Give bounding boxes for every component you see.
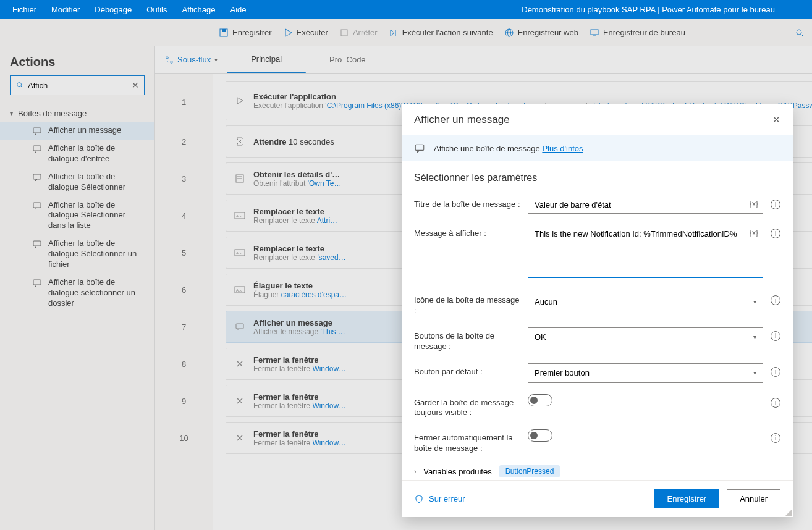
resize-grip[interactable]: [784, 508, 792, 516]
chevron-down-icon: ▾: [214, 56, 218, 63]
step-icon: [234, 395, 246, 407]
step-text: Remplacer le texteRemplacer le texte 'sa…: [253, 244, 346, 262]
default-button-select[interactable]: Premier bouton ▾: [528, 363, 763, 383]
toolbar-deskrec[interactable]: Enregistreur de bureau: [590, 28, 685, 38]
info-icon[interactable]: i: [771, 295, 780, 305]
search-icon: [795, 28, 805, 38]
field-label-autoclose: Fermer automatiquement la boîte de messa…: [414, 429, 520, 454]
svg-rect-1: [222, 29, 226, 32]
icon-select[interactable]: Aucun ▾: [528, 292, 763, 311]
menu-modifier[interactable]: Modifier: [44, 5, 87, 14]
more-info-link[interactable]: Plus d'infos: [542, 144, 583, 153]
menu-outils[interactable]: Outils: [139, 5, 174, 14]
on-error-link[interactable]: Sur erreur: [414, 494, 465, 504]
svg-line-14: [21, 86, 23, 89]
variable-pill[interactable]: ButtonPressed: [499, 465, 560, 477]
toolbar-search[interactable]: [795, 28, 805, 38]
tree-group-label: Boîtes de message: [18, 109, 87, 118]
buttons-select[interactable]: OK ▾: [528, 327, 763, 347]
message-icon: [32, 126, 42, 136]
tab-principal[interactable]: Principal: [227, 46, 306, 73]
tree-group-messagebox[interactable]: ▾ Boîtes de message: [0, 105, 154, 122]
menu-debogage[interactable]: Débogage: [87, 5, 139, 14]
tree-item-select-folder-dialog[interactable]: Afficher la boîte de dialogue sélectionn…: [0, 274, 154, 313]
fx-icon[interactable]: {x}: [750, 229, 758, 237]
info-icon[interactable]: i: [771, 398, 780, 408]
line-number: 7: [155, 308, 213, 345]
step-text: Fermer la fenêtreFermer la fenêtre Windo…: [253, 355, 346, 373]
actions-sidebar: Actions ✕ ▾ Boîtes de message Afficher u…: [0, 46, 155, 530]
toolbar-deskrec-label: Enregistreur de bureau: [603, 28, 685, 37]
menu-fichier[interactable]: Fichier: [5, 5, 44, 14]
actions-tree: ▾ Boîtes de message Afficher un message …: [0, 103, 154, 315]
actions-search[interactable]: ✕: [10, 75, 145, 95]
ontop-toggle[interactable]: [528, 394, 552, 406]
tree-item-select-list-dialog[interactable]: Afficher la boîte de dialogue Sélectionn…: [0, 196, 154, 235]
field-label-default: Bouton par défaut :: [414, 363, 520, 377]
svg-point-11: [797, 30, 801, 35]
variables-produced-label: Variables produites: [423, 467, 491, 476]
stop-icon: [339, 28, 349, 38]
info-icon[interactable]: i: [771, 367, 780, 377]
toolbar-run[interactable]: Exécuter: [283, 28, 328, 38]
tree-item-display-message[interactable]: Afficher un message: [0, 122, 154, 140]
step-text: Obtenir les détails d'…Obtenir l'attribu…: [253, 170, 341, 188]
svg-marker-4: [391, 30, 394, 36]
svg-point-22: [171, 61, 173, 63]
tree-item-input-dialog[interactable]: Afficher la boîte de dialogue d'entrée: [0, 140, 154, 168]
modal-info-banner: Affiche une boîte de message Plus d'info…: [402, 135, 793, 161]
step-text: Remplacer le texteRemplacer le texte Att…: [253, 207, 337, 225]
tree-item-select-dialog[interactable]: Afficher la boîte de dialogue Sélectionn…: [0, 168, 154, 196]
toolbar-next-label: Exécuter l'action suivante: [402, 28, 493, 37]
svg-marker-23: [237, 98, 243, 104]
chevron-right-icon[interactable]: ›: [414, 468, 416, 475]
display-message-modal: Afficher un message ✕ Affiche une boîte …: [402, 104, 793, 517]
line-number: 8: [155, 345, 213, 382]
step-text: Attendre 10 secondes: [253, 137, 334, 146]
tab-procode[interactable]: Pro_Code: [306, 46, 390, 73]
subflow-dropdown[interactable]: Sous-flux ▾: [155, 46, 227, 73]
chevron-down-icon: ▾: [753, 298, 756, 305]
svg-rect-40: [415, 145, 424, 150]
modal-title: Afficher un message: [414, 114, 510, 126]
select-value: OK: [535, 332, 546, 342]
toolbar-webrec[interactable]: Enregistreur web: [504, 28, 578, 38]
cancel-button[interactable]: Annuler: [727, 489, 780, 508]
message-icon: [32, 239, 42, 249]
message-textarea[interactable]: This is the new Notification Id: %Trimme…: [528, 225, 763, 278]
svg-text:Abc: Abc: [236, 251, 242, 255]
svg-marker-2: [285, 29, 292, 36]
toolbar-next[interactable]: Exécuter l'action suivante: [389, 28, 493, 38]
save-button[interactable]: Enregistrer: [654, 489, 720, 508]
modal-close-icon[interactable]: ✕: [772, 114, 780, 125]
step-icon: Abc: [234, 246, 246, 259]
message-icon: [32, 278, 42, 288]
step-text: Élaguer le texteÉlaguer caractères d'esp…: [253, 281, 347, 299]
toolbar-run-label: Exécuter: [297, 28, 328, 37]
subflow-label: Sous-flux: [177, 55, 211, 64]
info-icon[interactable]: i: [771, 229, 780, 238]
menu-aide[interactable]: Aide: [222, 5, 253, 14]
tree-item-label: Afficher la boîte de dialogue Sélectionn…: [48, 238, 145, 270]
line-number: 10: [155, 419, 213, 456]
info-icon[interactable]: i: [771, 200, 780, 209]
autoclose-toggle[interactable]: [528, 429, 552, 442]
messagebox-title-input[interactable]: [528, 196, 763, 214]
clear-search-icon[interactable]: ✕: [132, 80, 139, 90]
svg-rect-9: [591, 30, 598, 35]
globe-icon: [504, 28, 514, 38]
svg-rect-3: [341, 30, 347, 36]
step-icon: [234, 432, 246, 444]
info-icon[interactable]: i: [771, 331, 780, 341]
chevron-down-icon: ▾: [753, 334, 756, 340]
chevron-down-icon: ▾: [753, 369, 756, 376]
menu-affichage[interactable]: Affichage: [175, 5, 223, 14]
field-label-icon: Icône de la boîte de message :: [414, 292, 520, 316]
tree-item-select-file-dialog[interactable]: Afficher la boîte de dialogue Sélectionn…: [0, 235, 154, 274]
actions-search-input[interactable]: [28, 81, 132, 90]
info-icon[interactable]: i: [771, 433, 780, 443]
select-value: Premier bouton: [535, 368, 590, 377]
fx-icon[interactable]: {x}: [750, 200, 758, 208]
menubar: Fichier Modifier Débogage Outils Afficha…: [0, 0, 812, 19]
toolbar-save[interactable]: Enregistrer: [219, 28, 272, 38]
